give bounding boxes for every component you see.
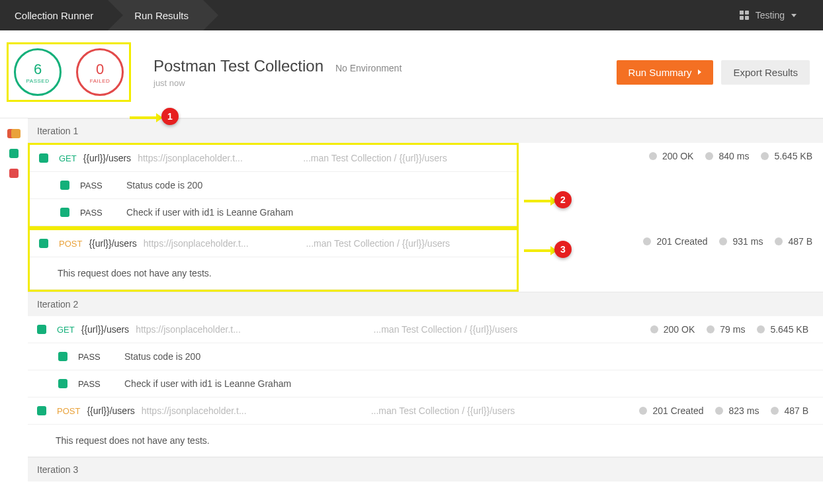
annotation-arrow	[524, 249, 552, 252]
time-metric: 840 ms	[705, 151, 749, 161]
request-name: {{url}}/users	[87, 405, 134, 416]
run-summary-button[interactable]: Run Summary	[617, 60, 714, 85]
iteration-header[interactable]: Iteration 3	[28, 457, 823, 482]
test-row[interactable]: PASSCheck if user with id1 is Leanne Gra…	[28, 370, 823, 398]
status-square-icon	[39, 153, 48, 163]
request-metrics: 200 OK79 ms5.645 KB	[650, 324, 814, 335]
status-square-icon	[37, 406, 46, 415]
chevron-right-icon	[698, 69, 701, 75]
breadcrumb-root[interactable]: Collection Runner	[0, 0, 108, 30]
request-method: POST	[57, 406, 80, 416]
status-square-icon	[60, 181, 69, 190]
annotation-badge: 3	[554, 241, 572, 258]
dot-icon	[705, 152, 713, 160]
dot-icon	[650, 325, 658, 333]
request-name: {{url}}/users	[81, 324, 129, 335]
time-metric: 79 ms	[707, 324, 745, 335]
iteration-header[interactable]: Iteration 2	[28, 292, 823, 316]
test-name: Check if user with id1 is Leanne Graham	[124, 378, 291, 389]
status-square-icon	[39, 239, 48, 248]
failed-label: FAILED	[90, 78, 110, 84]
request-method: GET	[59, 153, 77, 163]
size-metric: 487 B	[775, 236, 812, 247]
status-square-icon	[58, 379, 67, 388]
request-url: https://jsonplaceholder.t...	[138, 153, 243, 163]
test-result: PASS	[78, 379, 124, 389]
test-result: PASS	[80, 181, 126, 190]
dot-icon	[639, 407, 647, 415]
annotation-badge-1: 1	[161, 108, 179, 125]
test-name: Status code is 200	[124, 351, 200, 362]
sidebar-indicator-pass[interactable]	[9, 149, 19, 158]
summary-bar: 6 PASSED 0 FAILED 1 Postman Test Collect…	[0, 30, 823, 118]
failed-circle[interactable]: 0 FAILED	[76, 48, 124, 96]
request-row[interactable]: GET{{url}}/usershttps://jsonplaceholder.…	[28, 316, 823, 343]
passed-circle[interactable]: 6 PASSED	[14, 48, 62, 96]
app-header: Collection Runner Run Results Testing	[0, 0, 823, 30]
time-metric: 931 ms	[719, 236, 763, 247]
request-row[interactable]: POST{{url}}/usershttps://jsonplaceholder…	[28, 398, 823, 425]
dot-icon	[715, 407, 723, 415]
status-metric: 200 OK	[649, 151, 693, 161]
no-environment-label: No Environment	[335, 63, 402, 73]
request-row[interactable]: POST{{url}}/usershttps://jsonplaceholder…	[30, 230, 517, 257]
status-metric: 201 Created	[643, 236, 707, 247]
status-metric: 201 Created	[639, 405, 703, 416]
request-url: https://jsonplaceholder.t...	[144, 238, 249, 249]
time-metric: 823 ms	[715, 405, 759, 416]
passed-label: PASSED	[26, 78, 50, 84]
sidebar-indicator-fail[interactable]	[9, 169, 19, 178]
chevron-down-icon	[791, 14, 797, 17]
test-result: PASS	[80, 208, 126, 218]
test-name: Check if user with id1 is Leanne Graham	[126, 207, 293, 218]
results-panel: Iteration 1GET{{url}}/usershttps://jsonp…	[28, 118, 823, 482]
export-results-button[interactable]: Export Results	[721, 60, 810, 85]
no-tests-message: This request does not have any tests.	[30, 257, 517, 290]
request-url: https://jsonplaceholder.t...	[142, 405, 247, 416]
request-method: POST	[59, 239, 82, 249]
size-metric: 5.645 KB	[761, 151, 812, 161]
environment-label: Testing	[756, 10, 785, 21]
grid-icon	[740, 11, 749, 20]
environment-selector[interactable]: Testing	[740, 0, 823, 30]
dot-icon	[771, 407, 779, 415]
action-buttons: Run Summary Export Results	[617, 60, 810, 85]
sidebar-indicator-mixed[interactable]	[11, 129, 21, 138]
collection-title: Postman Test Collection	[153, 57, 324, 75]
request-row[interactable]: GET{{url}}/usershttps://jsonplaceholder.…	[30, 145, 517, 172]
request-url: https://jsonplaceholder.t...	[136, 324, 241, 335]
dot-icon	[649, 152, 657, 160]
request-name: {{url}}/users	[83, 153, 131, 163]
dot-icon	[761, 152, 769, 160]
test-row[interactable]: PASSStatus code is 200	[28, 343, 823, 370]
annotation-badge: 2	[554, 191, 572, 208]
failed-count: 0	[96, 61, 104, 78]
status-square-icon	[58, 352, 67, 361]
request-path: ...man Test Collection / {{url}}/users	[243, 153, 507, 163]
test-name: Status code is 200	[126, 180, 202, 190]
annotation-arrow-1	[130, 116, 157, 119]
status-square-icon	[60, 208, 69, 217]
run-summary-label: Run Summary	[628, 67, 692, 78]
request-metrics: 201 Created823 ms487 B	[639, 405, 814, 416]
no-tests-message: This request does not have any tests.	[28, 425, 823, 457]
status-metric: 200 OK	[650, 324, 695, 335]
request-path: ...man Test Collection / {{url}}/users	[247, 405, 640, 416]
passed-count: 6	[34, 61, 42, 78]
results-layout: Iteration 1GET{{url}}/usershttps://jsonp…	[0, 118, 823, 482]
request-metrics: 201 Created931 ms487 B	[643, 236, 818, 247]
size-metric: 5.645 KB	[757, 324, 808, 335]
dot-icon	[707, 325, 715, 333]
request-method: GET	[57, 325, 75, 335]
dot-icon	[719, 237, 727, 245]
test-row[interactable]: PASSCheck if user with id1 is Leanne Gra…	[30, 199, 517, 226]
request-path: ...man Test Collection / {{url}}/users	[241, 324, 650, 335]
dot-icon	[643, 237, 651, 245]
mini-sidebar	[0, 118, 28, 482]
size-metric: 487 B	[771, 405, 808, 416]
iteration-header[interactable]: Iteration 1	[28, 118, 823, 143]
status-square-icon	[37, 325, 46, 334]
pass-fail-summary: 6 PASSED 0 FAILED	[7, 42, 131, 102]
time-ago: just now	[153, 78, 402, 88]
test-row[interactable]: PASSStatus code is 200	[30, 172, 517, 199]
